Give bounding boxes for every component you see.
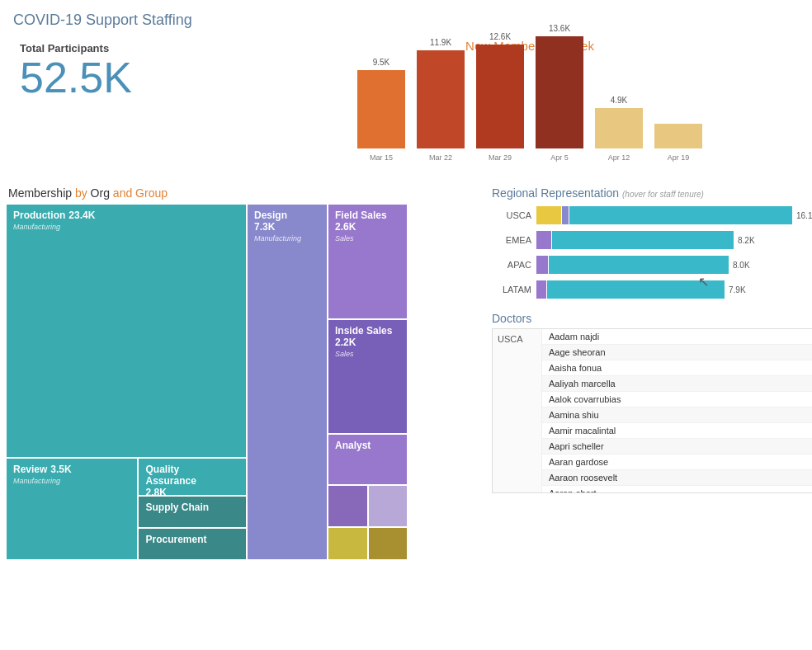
doctors-region: USCA	[493, 329, 542, 492]
bar-label-bottom: Apr 5	[550, 153, 569, 162]
bar-label-top: 9.5K	[373, 58, 390, 67]
treemap-col-0[interactable]: Production 23.4K Manufacturing Review 3.…	[7, 205, 246, 559]
treemap-cell-analyst[interactable]: Analyst	[328, 435, 407, 484]
regional-row-label: EMEA	[498, 235, 531, 245]
membership-group: Group	[135, 186, 168, 200]
bar-group[interactable]: 11.9KMar 22	[417, 38, 465, 162]
bar-rect[interactable]	[536, 36, 583, 148]
field-sales-value: 2.6K	[335, 221, 400, 233]
review-sub: Manufacturing	[13, 477, 130, 485]
bar-rect[interactable]	[595, 108, 643, 148]
new-members-chart: New Members by week 9.5KMar 1511.9KMar 2…	[254, 35, 805, 181]
membership-by: by	[75, 186, 87, 200]
treemap-cell-sm2[interactable]	[369, 486, 408, 525]
doctors-section: Doctors USCA Aadam najdiAage sheoranAais…	[492, 312, 812, 493]
bar-group[interactable]: Apr 19	[654, 120, 702, 162]
bar-label-bottom: Mar 15	[370, 153, 393, 162]
treemap-cell-inside-sales[interactable]: Inside Sales 2.2K Sales	[328, 320, 407, 434]
design-sub: Manufacturing	[254, 234, 320, 243]
qa-value: 2.8K	[145, 487, 239, 495]
qa-name: Quality	[145, 464, 179, 475]
doctor-name-row[interactable]: Aaisha fonua	[542, 360, 812, 376]
doctor-name-row[interactable]: Aamir macalintal	[542, 423, 812, 439]
treemap-col-2: Field Sales 2.6K Sales Inside Sales 2.2K…	[328, 205, 407, 559]
doctor-name-row[interactable]: Aaren ebert	[542, 486, 812, 492]
regional-row-latam[interactable]: LATAM7.9K	[498, 280, 812, 299]
regional-row-usca[interactable]: USCA16.1K	[498, 206, 812, 224]
treemap: Production 23.4K Manufacturing Review 3.…	[7, 205, 482, 559]
membership-title: Membership by Org and Group	[7, 186, 482, 200]
page-title: COVID-19 Support Staffing	[0, 0, 812, 35]
doctors-title: Doctors	[492, 312, 812, 325]
regional-row-apac[interactable]: APAC8.0K	[498, 256, 812, 274]
design-name: Design	[254, 210, 287, 221]
production-sub: Manufacturing	[13, 223, 239, 231]
review-name: Review	[13, 464, 47, 475]
treemap-cell-review[interactable]: Review 3.5K Manufacturing	[7, 459, 137, 559]
procurement-name: Procurement	[145, 534, 239, 545]
regional-bar-segments: 8.0K	[536, 256, 750, 274]
regional-bar-segments: 8.2K	[536, 231, 755, 249]
regional-bar-seg	[552, 231, 734, 249]
regional-hover-note: (hover for staff tenure)	[622, 190, 704, 199]
regional-bar-seg	[549, 256, 729, 274]
regional-bar-segments: 7.9K	[536, 280, 746, 299]
regional-title-text: Regional Representation	[492, 186, 619, 200]
bar-chart-title: New Members by week	[254, 39, 805, 53]
regional-row-label: USCA	[498, 210, 531, 220]
treemap-cell-field-sales[interactable]: Field Sales 2.6K Sales	[328, 205, 407, 318]
total-participants-label: Total Participants	[20, 42, 241, 54]
doctor-name-row[interactable]: Aaraon roosevelt	[542, 470, 812, 486]
treemap-small-cells-2	[328, 528, 407, 560]
treemap-cell-sm4[interactable]	[369, 528, 408, 560]
treemap-cell-qa[interactable]: Quality Assurance 2.8K Manufacturing	[139, 459, 246, 495]
doctor-name-row[interactable]: Aapri scheller	[542, 439, 812, 455]
field-sales-sub: Sales	[335, 234, 400, 243]
treemap-col-1: Design 7.3K Manufacturing	[248, 205, 327, 559]
inside-sales-value: 2.2K	[335, 337, 400, 348]
regional-bar-seg	[562, 206, 569, 224]
review-value: 3.5K	[50, 464, 71, 475]
bar-rect[interactable]	[417, 50, 465, 148]
treemap-qsp-stack: Quality Assurance 2.8K Manufacturing Sup…	[139, 459, 246, 559]
doctor-name-row[interactable]: Aaran gardose	[542, 455, 812, 470]
doctors-list[interactable]: USCA Aadam najdiAage sheoranAaisha fonua…	[492, 328, 812, 493]
regional-row-emea[interactable]: EMEA8.2K	[498, 231, 812, 249]
regional-bar-seg	[536, 256, 548, 274]
regional-bar-value: 16.1K	[796, 211, 812, 220]
production-name: Production	[13, 210, 65, 221]
doctor-name-row[interactable]: Aaliyah marcella	[542, 376, 812, 392]
bar-chart-bars: 9.5KMar 1511.9KMar 2212.6KMar 2913.6KApr…	[254, 58, 805, 181]
treemap-cell-sm1[interactable]	[328, 486, 367, 525]
bar-rect[interactable]	[476, 45, 524, 148]
field-sales-name: Field Sales	[335, 210, 400, 221]
doctor-name-row[interactable]: Aage sheoran	[542, 345, 812, 360]
treemap-cell-procurement[interactable]: Procurement	[139, 529, 246, 559]
regional-section: Regional Representation (hover for staff…	[492, 186, 812, 299]
regional-bar-seg	[536, 280, 546, 299]
bar-rect[interactable]	[654, 124, 702, 148]
doctor-name-row[interactable]: Aamina shiu	[542, 407, 812, 423]
bar-group[interactable]: 12.6KMar 29	[476, 32, 524, 162]
regional-bar-value: 7.9K	[729, 285, 746, 294]
treemap-cell-production[interactable]: Production 23.4K Manufacturing	[7, 205, 246, 457]
doctor-name-row[interactable]: Aadam najdi	[542, 329, 812, 345]
right-panel: Regional Representation (hover for staff…	[492, 186, 812, 559]
bar-rect[interactable]	[357, 70, 405, 148]
treemap-cell-supply-chain[interactable]: Supply Chain	[139, 497, 246, 527]
bar-group[interactable]: 9.5KMar 15	[357, 58, 405, 162]
regional-row-label: LATAM	[498, 285, 531, 294]
bar-group[interactable]: 4.9KApr 12	[595, 96, 643, 162]
regional-bar-value: 8.0K	[733, 261, 750, 270]
treemap-lower-col2: Analyst	[328, 435, 407, 559]
treemap-cell-sm3[interactable]	[328, 528, 367, 560]
bar-label-top: 12.6K	[489, 32, 511, 41]
treemap-small-cells	[328, 486, 407, 525]
regional-title: Regional Representation (hover for staff…	[492, 186, 812, 200]
doctors-names-list[interactable]: Aadam najdiAage sheoranAaisha fonuaAaliy…	[542, 329, 812, 492]
treemap-cell-design[interactable]: Design 7.3K Manufacturing	[248, 205, 327, 559]
treemap-bottom-row: Review 3.5K Manufacturing Quality Assura…	[7, 459, 246, 559]
doctor-name-row[interactable]: Aalok covarrubias	[542, 392, 812, 407]
bar-group[interactable]: 13.6KApr 5	[536, 24, 583, 162]
production-value: 23.4K	[68, 210, 95, 221]
